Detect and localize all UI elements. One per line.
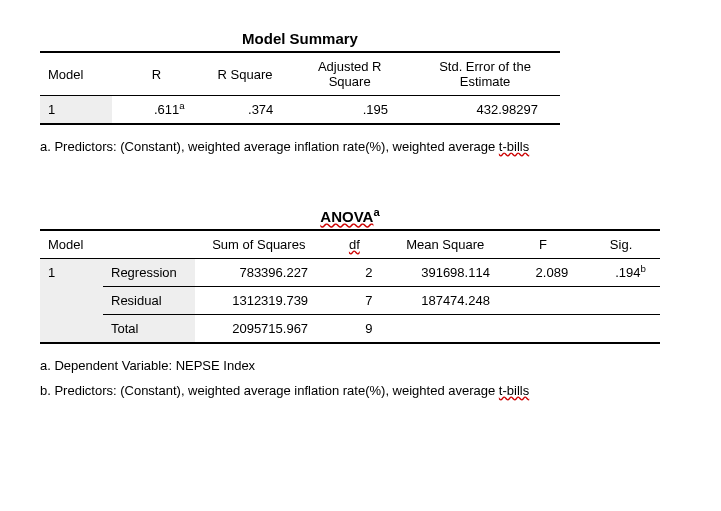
summary-footnote-a: a. Predictors: (Constant), weighted aver…	[40, 137, 560, 158]
anova-footnote-b: b. Predictors: (Constant), weighted aver…	[40, 381, 660, 402]
cell-r: .611a	[112, 96, 200, 125]
col-sig: Sig.	[582, 230, 660, 259]
col-adj-rsq: Adjusted R Square	[289, 52, 410, 96]
cell-ms: 187474.248	[387, 286, 504, 314]
cell-f	[504, 286, 582, 314]
model-summary-table: Model R R Square Adjusted R Square Std. …	[40, 51, 560, 125]
cell-f	[504, 314, 582, 343]
underlined-word: t-bills	[499, 383, 529, 398]
cell-model: 1	[40, 96, 112, 125]
cell-source: Total	[103, 314, 195, 343]
cell-ms: 391698.114	[387, 258, 504, 286]
anova-row-residual: Residual 1312319.739 7 187474.248	[40, 286, 660, 314]
anova-row-total: Total 2095715.967 9	[40, 314, 660, 343]
cell-model: 1	[40, 258, 103, 343]
anova-block: ANOVAa Model Sum of Squares df Mean Squa…	[40, 208, 660, 402]
model-summary-block: Model Summary Model R R Square Adjusted …	[40, 30, 560, 158]
cell-ss: 783396.227	[195, 258, 322, 286]
cell-ss: 2095715.967	[195, 314, 322, 343]
cell-sig	[582, 286, 660, 314]
cell-stderr: 432.98297	[410, 96, 560, 125]
col-model: Model	[40, 230, 195, 259]
cell-df: 9	[322, 314, 386, 343]
cell-ss: 1312319.739	[195, 286, 322, 314]
cell-f: 2.089	[504, 258, 582, 286]
cell-df: 7	[322, 286, 386, 314]
col-ms: Mean Square	[387, 230, 504, 259]
model-summary-title: Model Summary	[40, 30, 560, 47]
col-stderr: Std. Error of the Estimate	[410, 52, 560, 96]
cell-df: 2	[322, 258, 386, 286]
col-df: df	[322, 230, 386, 259]
cell-sig	[582, 314, 660, 343]
cell-sig: .194b	[582, 258, 660, 286]
cell-source: Residual	[103, 286, 195, 314]
anova-table: Model Sum of Squares df Mean Square F Si…	[40, 229, 660, 344]
col-ss: Sum of Squares	[195, 230, 322, 259]
cell-ms	[387, 314, 504, 343]
anova-title: ANOVAa	[40, 208, 660, 225]
anova-row-regression: 1 Regression 783396.227 2 391698.114 2.0…	[40, 258, 660, 286]
col-model: Model	[40, 52, 112, 96]
col-r: R	[112, 52, 200, 96]
underlined-word: t-bills	[499, 139, 529, 154]
cell-source: Regression	[103, 258, 195, 286]
cell-rsq: .374	[201, 96, 290, 125]
summary-row: 1 .611a .374 .195 432.98297	[40, 96, 560, 125]
col-rsq: R Square	[201, 52, 290, 96]
anova-footnote-a: a. Dependent Variable: NEPSE Index	[40, 356, 660, 377]
cell-adj: .195	[289, 96, 410, 125]
col-f: F	[504, 230, 582, 259]
